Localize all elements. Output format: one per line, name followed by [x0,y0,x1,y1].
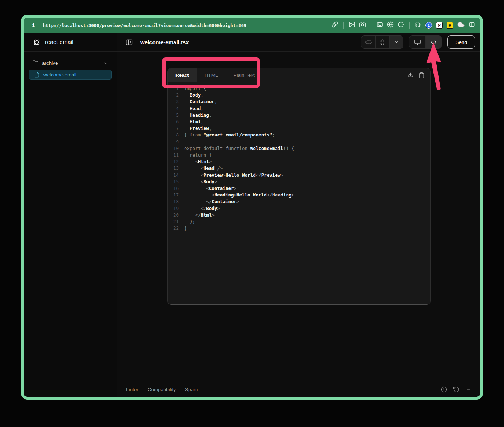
line-content: return ( [179,152,212,158]
code-panel-tabs: ReactHTMLPlain Text [168,68,430,82]
sidebar-item-archive[interactable]: archive [29,58,112,68]
line-content: } [179,225,187,232]
line-number: 13 [168,165,179,172]
info-circle-icon[interactable] [441,386,447,393]
line-number: 5 [168,112,179,119]
line-content: <Html> [179,158,212,165]
chevron-down-icon [394,40,399,45]
code-line: 21 ); [168,218,430,225]
line-number: 14 [168,172,179,179]
download-icon[interactable] [408,72,414,78]
line-content: </Html> [179,212,215,218]
split-view-icon[interactable] [469,21,475,29]
refresh-icon[interactable] [453,386,459,393]
address-bar[interactable]: http://localhost:3000/preview/welcome-em… [43,23,246,28]
code-line: 1import { [168,85,430,92]
viewport-landscape-button[interactable] [361,36,375,48]
code-line: 18 </Container> [168,198,430,205]
browser-window: i http://localhost:3000/preview/welcome-… [21,15,483,400]
line-content: Preview, [179,125,212,132]
sidebar: react email archivewelcome-email [24,33,117,397]
line-content: <Body> [179,179,217,185]
line-number: 9 [168,139,179,145]
file-icon [34,72,40,78]
tab-plain-text[interactable]: Plain Text [226,68,262,82]
copy-icon[interactable] [418,72,425,78]
line-content: Container, [179,98,217,105]
link-icon[interactable] [331,21,338,29]
sidebar-item-label: welcome-email [43,72,76,78]
code-line: 19 </Body> [168,205,430,212]
bottom-bar-tabs: LinterCompatibilitySpam [126,387,198,392]
camera-icon[interactable] [359,21,366,29]
line-number: 21 [168,218,179,225]
chevron-up-icon[interactable] [466,387,471,393]
code-line: 16 <Container> [168,185,430,192]
sidebar-item-label: archive [42,60,58,66]
bottom-tab-compatibility[interactable]: Compatibility [148,387,176,392]
code-line: 2 Body, [168,92,430,98]
line-number: 18 [168,198,179,205]
toolbar-divider [371,22,371,29]
desktop-view-button[interactable] [409,36,425,48]
code-line: 7 Preview, [168,125,430,132]
code-line: 6 Html, [168,119,430,125]
code-line: 8} from "@react-email/components"; [168,132,430,138]
crosshair-icon[interactable] [398,21,404,29]
browser-toolbar-icons: 1 N R [331,21,475,30]
notion-icon[interactable]: N [436,22,443,29]
viewport-portrait-button[interactable] [375,36,389,48]
line-content: <Heading>Hello World</Heading> [179,192,294,198]
line-number: 7 [168,125,179,132]
line-content: <Head /> [179,165,223,172]
line-content: import { [179,85,206,92]
code-editor: 1import {2 Body,3 Container,4 Head,5 Hea… [168,82,430,304]
bottom-bar-icons [441,386,471,393]
line-content: Html, [179,119,204,125]
sidebar-nav: archivewelcome-email [24,52,117,80]
onepassword-icon[interactable]: 1 [425,22,432,29]
header-controls: Send [361,35,475,49]
page: i http://localhost:3000/preview/welcome-… [0,0,504,427]
app-logo-text: react email [45,39,73,45]
tab-react[interactable]: React [168,68,197,82]
code-line: 12 <Html> [168,158,430,165]
line-number: 2 [168,92,179,98]
view-mode-toggle [409,35,442,49]
line-number: 4 [168,105,179,112]
code-icon [430,39,437,46]
viewport-size-control [361,35,403,49]
line-content: Heading, [179,112,212,119]
app-logo[interactable]: react email [24,33,117,52]
line-content: ); [179,218,195,225]
sidebar-collapse-icon[interactable] [125,38,133,46]
line-number: 15 [168,179,179,185]
sidebar-item-welcome-email[interactable]: welcome-email [29,70,112,80]
line-number: 11 [168,152,179,158]
terminal-icon[interactable] [376,21,383,29]
cloud-icon[interactable] [457,21,465,30]
globe-icon[interactable] [387,21,394,29]
code-line: 11 return ( [168,152,430,158]
line-content: <Preview>Hello World</Preview> [179,172,283,179]
line-content [179,139,184,145]
bottom-tab-linter[interactable]: Linter [126,387,139,392]
viewport-dropdown-button[interactable] [389,36,403,48]
tabs-list: ReactHTMLPlain Text [168,68,262,82]
r-extension-icon[interactable]: R [447,22,453,29]
code-line: 22} [168,225,430,232]
bottom-tab-spam[interactable]: Spam [185,387,198,392]
line-content: </Container> [179,198,239,205]
line-number: 22 [168,225,179,232]
source-view-button[interactable] [425,36,442,48]
send-button[interactable]: Send [447,35,475,49]
line-number: 6 [168,119,179,125]
line-content: <Container> [179,185,236,192]
code-panel: ReactHTMLPlain Text 1import {2 Body,3 Co… [167,68,431,305]
puzzle-icon[interactable] [415,21,421,29]
image-icon[interactable] [349,21,355,29]
line-number: 16 [168,185,179,192]
code-line: 10export default function WelcomeEmail()… [168,145,430,152]
code-panel-actions [408,68,430,82]
tab-html[interactable]: HTML [197,68,226,82]
